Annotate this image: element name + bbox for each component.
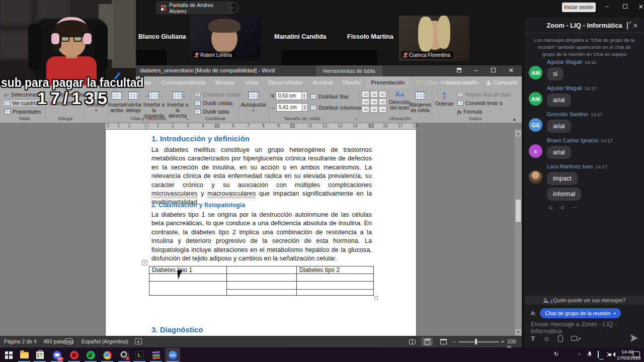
table-cell[interactable] (297, 290, 374, 296)
table-cell[interactable]: Diabetes tipo 1 (149, 266, 227, 274)
tab-revisar[interactable]: Revisar (210, 76, 240, 88)
tab-acrobat[interactable]: Acrobat (308, 76, 338, 88)
sort-button[interactable]: AZ Ordenar (434, 90, 455, 121)
repeat-header-rows-button[interactable]: Repetir filas de título (456, 90, 513, 99)
chat-bubble[interactable]: si (547, 67, 564, 80)
indent-marker[interactable] (145, 126, 148, 128)
table-cell[interactable] (227, 266, 297, 274)
zoom-slider[interactable] (459, 341, 499, 342)
taskbar-icon-microsoft-store[interactable] (32, 348, 47, 362)
participant-video[interactable]: Cuenca Florentina (399, 16, 469, 61)
merge-cells-button[interactable]: Combinar celdas (193, 90, 242, 99)
zoom-maximize-button[interactable] (620, 3, 630, 10)
table-cell[interactable] (227, 290, 297, 296)
taskbar-icon-chrome[interactable] (100, 348, 115, 362)
taskbar-icon-league-of-legends[interactable]: L (132, 348, 147, 362)
table-column-marker[interactable] (215, 124, 219, 128)
table-move-handle[interactable]: + (142, 260, 147, 265)
zoom-in-icon[interactable]: + (501, 338, 504, 344)
table-cell[interactable] (149, 282, 227, 296)
proofing-icon[interactable]: ✓ (65, 338, 72, 344)
align-cell-button[interactable] (362, 91, 369, 98)
align-cell-button[interactable] (362, 99, 369, 105)
formula-button[interactable]: fxFórmula (456, 108, 484, 116)
vertical-scrollbar[interactable]: ▲ ▼ (515, 130, 522, 336)
tab-presentacion[interactable]: Presentación (366, 76, 410, 88)
scroll-down-icon[interactable]: ▼ (515, 329, 521, 335)
chat-bubble[interactable]: impact (547, 172, 578, 185)
table-cell[interactable] (297, 282, 374, 290)
word-restore-button[interactable] (487, 67, 500, 74)
tab-diseno[interactable]: Diseño (338, 76, 366, 88)
taskbar-icon-zoom[interactable]: zm (165, 348, 180, 362)
chat-bubble[interactable]: arial (547, 94, 571, 107)
align-cell-button[interactable] (370, 91, 378, 98)
ribbon-display-options-icon[interactable] (452, 67, 465, 74)
align-cell-button[interactable] (362, 106, 369, 113)
tab-desarrollador[interactable]: Desarrollador (263, 76, 308, 88)
align-cell-button[interactable] (379, 91, 386, 98)
tab-vista[interactable]: Vista (240, 76, 263, 88)
chat-bubble[interactable]: informal (547, 188, 581, 201)
document-page[interactable]: 1. Introducción y definición La diabetes… (106, 130, 416, 336)
action-center-icon[interactable] (633, 351, 640, 357)
convert-to-text-button[interactable]: Convertir texto a (456, 99, 504, 107)
select-button[interactable]: ▻Seleccionar▾ (3, 90, 42, 99)
participant-video[interactable]: Rateni Lorena (190, 16, 261, 61)
word-close-button[interactable]: ✕ (505, 67, 518, 74)
zoom-close-button[interactable]: ✕ (636, 3, 644, 11)
table-resize-handle[interactable] (374, 296, 378, 300)
tab-more-button[interactable]: ⋯ (227, 2, 238, 13)
zoom-signin-button[interactable]: Iniciar sesión (562, 3, 596, 12)
send-icon[interactable] (630, 334, 638, 342)
taskbar-icon-obs-studio[interactable] (117, 348, 132, 362)
indent-marker[interactable] (145, 124, 148, 126)
taskbar-icon-start[interactable] (1, 348, 16, 362)
chat-popout-icon[interactable] (627, 22, 628, 29)
table-column-marker[interactable] (369, 124, 374, 128)
emoji-reaction-icon[interactable]: ☺ (559, 204, 565, 211)
table-cell[interactable] (297, 274, 374, 282)
format-text-icon[interactable]: T (531, 334, 535, 342)
ruler[interactable]: L 321123467891112131415161718 (0, 123, 522, 130)
table-column-marker[interactable] (290, 124, 295, 128)
add-reaction-icon[interactable]: ☺ (548, 204, 553, 211)
macro-record-icon[interactable]: ● (135, 338, 142, 344)
zoom-slider-thumb[interactable] (475, 339, 477, 344)
page-indicator[interactable]: Página 2 de 4 (4, 338, 37, 344)
table-cell[interactable]: Diabetes tipo 2 (297, 266, 374, 274)
table-cell[interactable] (149, 274, 227, 282)
web-layout-button[interactable] (438, 337, 449, 346)
taskbar-icon-opera-gx[interactable] (66, 348, 82, 362)
tray-restore-icon[interactable]: ↻ (554, 351, 558, 357)
collapse-ribbon-icon[interactable]: ▲ (512, 117, 517, 122)
chat-input[interactable]: Enviar mensaje a Zoom - LIQ - Informátic… (531, 321, 638, 335)
zoom-minimize-button[interactable]: – (602, 3, 612, 10)
dialog-launcher-icon[interactable]: ↘ (185, 117, 190, 121)
split-table-button[interactable]: Dividir tabla (193, 108, 230, 116)
table-cell[interactable] (227, 282, 297, 290)
screenshot-icon[interactable]: ▾ (571, 336, 581, 341)
align-cell-button[interactable] (370, 99, 378, 105)
chat-close-icon[interactable]: ✕ (633, 22, 638, 29)
chat-bubble[interactable]: arial (547, 120, 571, 133)
distribute-rows-button[interactable]: Distribuir filas (309, 93, 350, 101)
distribute-columns-button[interactable]: Distribuir columnas (309, 104, 363, 112)
message-more-icon[interactable]: ⋯ (571, 204, 577, 211)
table-cell[interactable] (227, 274, 297, 282)
align-cell-button[interactable] (379, 99, 386, 105)
chat-bubble[interactable]: arial (547, 146, 571, 159)
taskbar-icon-file-explorer[interactable] (17, 348, 32, 362)
attach-file-icon[interactable] (558, 335, 563, 342)
dialog-launcher-icon[interactable]: ↘ (354, 117, 359, 121)
scrollbar-thumb[interactable] (515, 199, 521, 222)
taskbar-icon-spotify[interactable] (83, 348, 98, 362)
word-minimize-button[interactable]: – (469, 67, 482, 74)
align-cell-button[interactable] (379, 106, 386, 113)
align-cell-button[interactable] (370, 106, 378, 113)
language-indicator[interactable]: Español (Argentina) (82, 338, 128, 344)
taskbar-icon-winrar[interactable] (148, 348, 164, 362)
emoji-icon[interactable]: ☺ (543, 335, 550, 342)
properties-button[interactable]: Propiedades (3, 108, 42, 116)
split-cells-button[interactable]: Dividir celdas (193, 99, 234, 107)
